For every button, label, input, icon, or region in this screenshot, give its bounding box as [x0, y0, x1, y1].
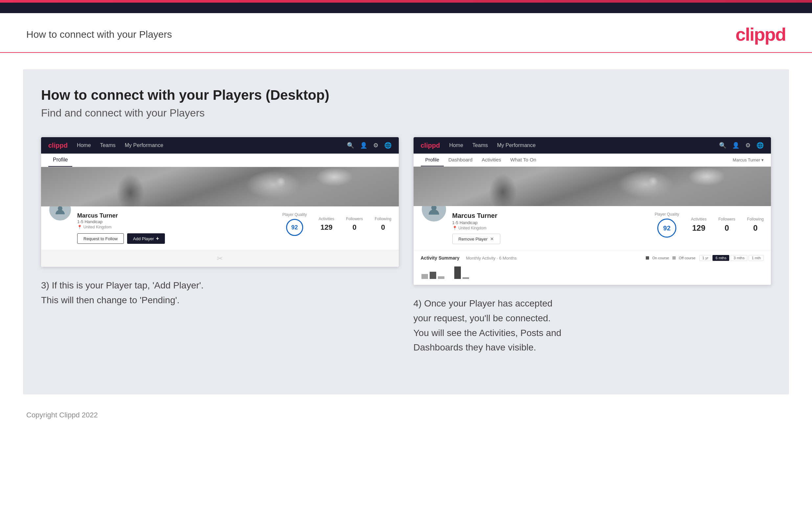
offcourse-legend-dot: [672, 256, 676, 260]
scissors-icon: ✂: [217, 254, 223, 263]
activity-subtitle: Monthly Activity · 6 Months: [466, 256, 517, 261]
right-tabs-left: Profile Dashboard Activities What To On: [421, 154, 541, 166]
page-title: How to connect with your Players: [26, 29, 172, 40]
right-globe-icon[interactable]: 🌐: [757, 142, 764, 149]
chart-bar-5: [454, 267, 461, 279]
offcourse-legend-label: Off course: [679, 256, 696, 260]
right-hero-image: [414, 167, 771, 206]
right-activities-value: 129: [691, 223, 707, 233]
mock-browser-right: clippd Home Teams My Performance 🔍 👤 ⚙ 🌐…: [414, 137, 771, 285]
add-player-button[interactable]: Add Player +: [127, 233, 165, 244]
left-quality-label: Player Quality: [282, 212, 307, 217]
time-6mths[interactable]: 6 mths: [712, 255, 729, 261]
left-profile-area: Marcus Turner 1-5 Handicap 📍 United King…: [41, 207, 399, 250]
left-followers-label: Followers: [346, 217, 363, 221]
top-accent-bar: [0, 0, 812, 3]
user-icon[interactable]: 👤: [360, 142, 367, 149]
left-quality-stat: Player Quality 92: [282, 212, 307, 236]
left-nav-teams: Teams: [100, 143, 116, 148]
right-following-stat: Following 0: [747, 217, 764, 233]
left-followers-value: 0: [346, 223, 363, 232]
left-following-value: 0: [375, 223, 392, 232]
main-subtitle: Find and connect with your Players: [41, 107, 771, 119]
right-settings-icon[interactable]: ⚙: [745, 142, 751, 149]
right-user-icon[interactable]: 👤: [732, 142, 740, 149]
left-tab-profile[interactable]: Profile: [48, 154, 72, 167]
left-hero-image: [41, 167, 399, 207]
left-activities-value: 129: [319, 223, 334, 232]
activity-summary: Activity Summary Monthly Activity · 6 Mo…: [414, 250, 771, 285]
right-tab-dashboard[interactable]: Dashboard: [444, 154, 477, 166]
globe-icon[interactable]: 🌐: [384, 142, 392, 149]
activity-controls: On course Off course 1 yr 6 mths 3 mths …: [646, 255, 764, 261]
right-profile-area: Marcus Turner 1-5 Handicap 📍 United King…: [414, 206, 771, 250]
chart-bar-2: [429, 272, 436, 279]
right-description: 4) Once your Player has accepted your re…: [414, 296, 771, 355]
left-stats: Player Quality 92 Activities 129 Followe…: [282, 212, 391, 236]
left-bottom-cutoff: ✂: [41, 250, 399, 267]
location-pin-icon: 📍: [77, 225, 82, 229]
activity-header: Activity Summary Monthly Activity · 6 Mo…: [421, 255, 764, 261]
remove-x-icon: ✕: [490, 236, 494, 241]
time-1yr[interactable]: 1 yr: [699, 255, 711, 261]
copyright: Copyright Clippd 2022: [26, 411, 786, 419]
left-player-handicap: 1-5 Handicap: [77, 219, 277, 224]
search-icon[interactable]: 🔍: [347, 142, 354, 149]
screenshot-left: clippd Home Teams My Performance 🔍 👤 ⚙ 🌐…: [41, 137, 399, 355]
left-nav-logo: clippd: [48, 142, 68, 149]
left-nav-home: Home: [77, 143, 91, 148]
left-activities-stat: Activities 129: [319, 217, 334, 232]
left-nav-icons: 🔍 👤 ⚙ 🌐: [347, 142, 392, 149]
activity-title: Activity Summary: [421, 255, 460, 261]
right-quality-label: Player Quality: [655, 212, 679, 217]
left-nav: clippd Home Teams My Performance 🔍 👤 ⚙ 🌐: [41, 137, 399, 154]
mock-browser-left: clippd Home Teams My Performance 🔍 👤 ⚙ 🌐…: [41, 137, 399, 267]
screenshots-row: clippd Home Teams My Performance 🔍 👤 ⚙ 🌐…: [41, 137, 771, 355]
right-activities-label: Activities: [691, 217, 707, 222]
right-quality-circle: 92: [657, 219, 676, 238]
oncourse-legend-label: On course: [652, 256, 669, 260]
left-following-label: Following: [375, 217, 392, 221]
right-tab-profile[interactable]: Profile: [421, 154, 444, 166]
oncourse-legend-dot: [646, 256, 649, 260]
right-nav-performance: My Performance: [497, 143, 536, 148]
left-nav-performance: My Performance: [125, 143, 163, 148]
right-followers-label: Followers: [718, 217, 735, 222]
add-icon: +: [156, 236, 159, 241]
right-search-icon[interactable]: 🔍: [719, 142, 726, 149]
left-action-buttons: Request to Follow Add Player +: [77, 233, 277, 244]
right-player-info: Marcus Turner 1-5 Handicap 📍 United King…: [452, 212, 649, 244]
right-following-value: 0: [747, 223, 764, 233]
screenshot-right: clippd Home Teams My Performance 🔍 👤 ⚙ 🌐…: [414, 137, 771, 355]
activity-left: Activity Summary Monthly Activity · 6 Mo…: [421, 255, 517, 261]
left-description: 3) If this is your Player tap, 'Add Play…: [41, 278, 399, 308]
time-1mth[interactable]: 1 mth: [749, 255, 764, 261]
left-quality-circle: 92: [286, 219, 303, 236]
remove-player-button[interactable]: Remove Player ✕: [452, 234, 501, 244]
time-3mths[interactable]: 3 mths: [730, 255, 747, 261]
time-buttons: 1 yr 6 mths 3 mths 1 mth: [699, 255, 764, 261]
top-bar: [0, 3, 812, 13]
right-player-location: 📍 United Kingdom: [452, 226, 649, 230]
left-following-stat: Following 0: [375, 217, 392, 232]
chart-bar-3: [438, 276, 445, 279]
right-activities-stat: Activities 129: [691, 217, 707, 233]
main-title: How to connect with your Players (Deskto…: [41, 87, 771, 103]
right-player-name: Marcus Turner: [452, 212, 649, 220]
player-selector[interactable]: Marcus Turner ▾: [733, 158, 764, 162]
right-nav-icons: 🔍 👤 ⚙ 🌐: [719, 142, 764, 149]
left-player-name: Marcus Turner: [77, 212, 277, 219]
activity-chart: [421, 264, 764, 279]
right-followers-stat: Followers 0: [718, 217, 735, 233]
activity-legend: On course Off course: [646, 256, 695, 260]
chart-bar-6: [462, 277, 469, 279]
left-activities-label: Activities: [319, 217, 334, 221]
settings-icon[interactable]: ⚙: [373, 142, 378, 149]
right-followers-value: 0: [718, 223, 735, 233]
right-tab-activities[interactable]: Activities: [477, 154, 506, 166]
right-tab-whattowork[interactable]: What To On: [506, 154, 541, 166]
right-nav: clippd Home Teams My Performance 🔍 👤 ⚙ 🌐: [414, 137, 771, 154]
request-follow-button[interactable]: Request to Follow: [77, 233, 124, 244]
left-followers-stat: Followers 0: [346, 217, 363, 232]
right-stats: Player Quality 92 Activities 129 Followe…: [655, 212, 764, 238]
